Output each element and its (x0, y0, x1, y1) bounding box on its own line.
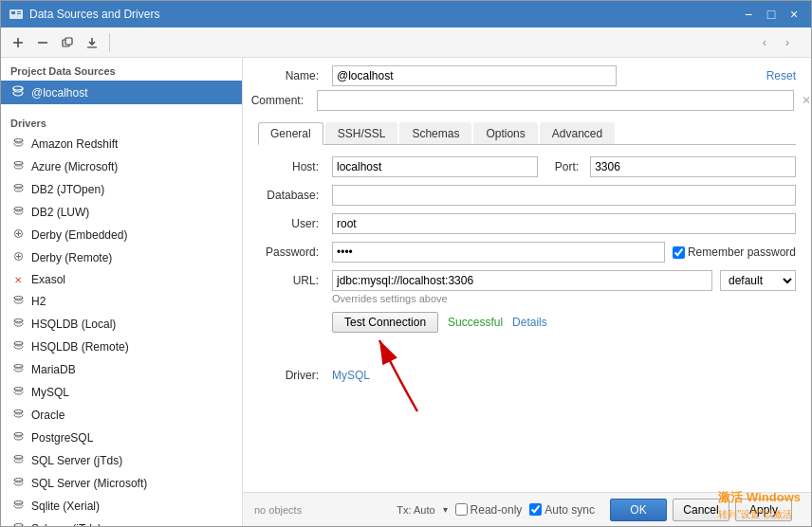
driver-icon-11 (10, 385, 26, 400)
tx-label: Tx: Auto (397, 504, 434, 516)
apply-button[interactable]: Apply (735, 499, 792, 521)
driver-label-10: MariaDB (31, 363, 76, 376)
no-objects-text: no objects (254, 504, 302, 516)
driver-hsqldb-local[interactable]: HSQLDB (Local) (1, 313, 242, 336)
success-text: Successful (448, 316, 503, 329)
database-icon (10, 84, 26, 100)
test-connection-button[interactable]: Test Connection (332, 312, 438, 333)
driver-label-5: Derby (Remote) (31, 251, 112, 264)
duplicate-button[interactable] (56, 31, 79, 54)
driver-icon-14 (10, 453, 26, 468)
driver-derby-remote[interactable]: Derby (Remote) (1, 246, 242, 269)
maximize-button[interactable]: □ (762, 5, 781, 24)
cancel-button[interactable]: Cancel (673, 499, 729, 521)
url-label: URL: (258, 274, 324, 287)
driver-azure[interactable]: Azure (Microsoft) (1, 155, 242, 178)
general-tab-content: Host: Port: Database: User: Pass (243, 145, 811, 492)
driver-icon-5 (10, 250, 26, 265)
toolbar-nav: ‹ › (754, 32, 798, 53)
auto-sync-checkbox[interactable] (529, 503, 542, 516)
tx-dropdown-icon[interactable]: ▾ (443, 504, 448, 515)
name-input[interactable] (332, 65, 617, 86)
comment-row: Comment: ✕ (243, 90, 811, 111)
comment-label: Comment: (243, 94, 309, 107)
comment-input[interactable] (317, 90, 794, 111)
driver-icon-16 (10, 499, 26, 514)
svg-rect-8 (65, 38, 72, 45)
tab-options[interactable]: Options (473, 122, 537, 144)
driver-icon-17 (10, 521, 26, 526)
driver-icon-12 (10, 408, 26, 423)
driver-icon-4 (10, 227, 26, 243)
driver-label-11: MySQL (31, 386, 69, 399)
url-input[interactable] (332, 270, 712, 291)
url-scheme-select[interactable]: default (720, 270, 796, 291)
forward-button[interactable]: › (777, 32, 798, 53)
sidebar-item-localhost[interactable]: @localhost (1, 81, 242, 104)
svg-rect-3 (17, 13, 21, 14)
database-input[interactable] (332, 185, 796, 206)
driver-db2-jtopen[interactable]: DB2 (JTOpen) (1, 178, 242, 201)
import-button[interactable] (81, 31, 103, 54)
driver-sqlserver-microsoft[interactable]: SQL Server (Microsoft) (1, 472, 242, 495)
user-input[interactable] (332, 213, 796, 234)
driver-label-4: Derby (Embedded) (31, 228, 127, 242)
drivers-title: Drivers (1, 110, 242, 133)
driver-oracle[interactable]: Oracle (1, 404, 242, 427)
read-only-checkbox[interactable] (455, 503, 468, 516)
port-input[interactable] (590, 156, 796, 177)
main-panel: Name: Reset Comment: ✕ General SSH/SSL S… (243, 58, 811, 526)
url-row: URL: default (258, 270, 796, 291)
driver-derby-embedded[interactable]: Derby (Embedded) (1, 224, 242, 246)
driver-icon-2 (10, 182, 26, 197)
close-button[interactable]: × (784, 5, 803, 24)
svg-rect-2 (17, 11, 21, 12)
svg-point-21 (14, 297, 23, 300)
driver-db2-luw[interactable]: DB2 (LUW) (1, 201, 242, 224)
remember-password-checkbox[interactable] (673, 246, 685, 259)
driver-label-0: Amazon Redshift (31, 137, 118, 151)
tab-advanced[interactable]: Advanced (540, 122, 615, 144)
comment-clear-icon[interactable]: ✕ (802, 94, 811, 107)
driver-hsqldb-remote[interactable]: HSQLDB (Remote) (1, 336, 242, 358)
svg-point-27 (14, 433, 23, 436)
details-link[interactable]: Details (512, 316, 547, 329)
remove-button[interactable] (31, 31, 54, 54)
svg-point-29 (14, 479, 23, 482)
host-label: Host: (258, 160, 324, 173)
user-row: User: (258, 213, 796, 234)
svg-point-14 (14, 208, 23, 210)
test-row: Test Connection Successful Details (332, 312, 796, 333)
auto-sync-label: Auto sync (529, 503, 595, 517)
read-only-label: Read-only (455, 503, 523, 517)
host-input[interactable] (332, 156, 538, 177)
driver-mariadb[interactable]: MariaDB (1, 358, 242, 381)
add-button[interactable] (7, 31, 29, 54)
ok-button[interactable]: OK (610, 499, 667, 521)
reset-link[interactable]: Reset (766, 69, 796, 82)
driver-amazon-redshift[interactable]: Amazon Redshift (1, 133, 242, 155)
driver-postgresql[interactable]: PostgreSQL (1, 427, 242, 449)
title-bar: Data Sources and Drivers − □ × (1, 1, 811, 27)
tabs-bar: General SSH/SSL Schemas Options Advanced (258, 122, 796, 145)
sidebar-item-localhost-label: @localhost (31, 86, 88, 100)
drivers-section: Drivers Amazon Redshift Azure (Microsoft… (1, 110, 242, 526)
driver-icon-1 (10, 159, 26, 174)
tab-schemas[interactable]: Schemas (399, 122, 471, 144)
svg-point-22 (14, 319, 23, 322)
project-data-sources-title: Project Data Sources (1, 58, 242, 81)
tab-sshssl[interactable]: SSH/SSL (325, 122, 398, 144)
driver-h2[interactable]: H2 (1, 290, 242, 313)
toolbar-separator (109, 33, 110, 52)
driver-sqlite[interactable]: Sqlite (Xerial) (1, 495, 242, 518)
minimize-button[interactable]: − (739, 5, 758, 24)
tab-general[interactable]: General (258, 122, 323, 145)
password-row: Password: Remember password (258, 242, 796, 263)
back-button[interactable]: ‹ (754, 32, 775, 53)
driver-exasol[interactable]: ✕ Exasol (1, 269, 242, 290)
password-input[interactable] (332, 242, 665, 263)
port-label: Port: (555, 160, 579, 173)
driver-sybase-jtds[interactable]: Sybase (jTds) (1, 518, 242, 526)
driver-mysql[interactable]: MySQL (1, 381, 242, 404)
driver-sqlserver-jtds[interactable]: SQL Server (jTds) (1, 449, 242, 472)
